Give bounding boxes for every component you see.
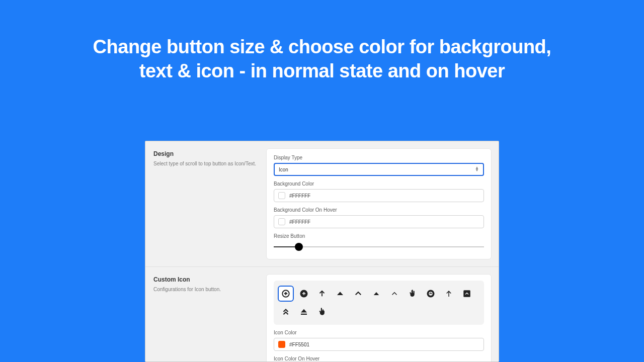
bg-color-value: #FFFFFF [289, 193, 310, 199]
icon-color-swatch [278, 341, 285, 348]
slider-thumb[interactable] [295, 243, 303, 251]
icon-hover-label: Icon Color On Hover [274, 356, 484, 361]
bg-color-label: Background Color [274, 181, 484, 187]
settings-panel: Design Select type of scroll to top butt… [145, 141, 499, 362]
select-arrows-icon: ▲▼ [475, 167, 479, 172]
custom-icon-card: Icon Color #FF5501 Icon Color On Hover #… [266, 274, 492, 362]
icon-picker-grid [274, 281, 484, 325]
design-sidebar: Design Select type of scroll to top butt… [145, 141, 266, 266]
circle-arrow-solid-icon[interactable] [296, 286, 312, 302]
ring-up-icon[interactable] [423, 286, 439, 302]
icon-color-label: Icon Color [274, 330, 484, 335]
bg-hover-label: Background Color On Hover [274, 207, 484, 213]
double-chevron-icon[interactable] [278, 304, 294, 320]
design-title: Design [153, 150, 258, 157]
bg-color-input[interactable]: #FFFFFF [274, 189, 484, 202]
eject-icon[interactable] [296, 304, 312, 320]
bg-hover-value: #FFFFFF [289, 219, 310, 225]
slider-track-empty [299, 246, 484, 247]
bg-hover-input[interactable]: #FFFFFF [274, 215, 484, 228]
design-card: Display Type Icon ▲▼ Background Color #F… [266, 148, 492, 259]
svg-rect-4 [463, 290, 470, 297]
chevron-up-icon[interactable] [350, 286, 366, 302]
caret-filled-icon[interactable] [368, 286, 384, 302]
hero-title: Change button size & choose color for ba… [0, 0, 644, 83]
design-section: Design Select type of scroll to top butt… [145, 141, 499, 267]
svg-point-3 [429, 292, 433, 296]
custom-icon-desc: Configurations for Icon button. [153, 286, 258, 293]
triangle-up-icon[interactable] [332, 286, 348, 302]
arrow-thin-icon[interactable] [441, 286, 457, 302]
icon-color-input[interactable]: #FF5501 [274, 338, 484, 351]
square-up-icon[interactable] [459, 286, 475, 302]
hero-line-1: Change button size & choose color for ba… [40, 35, 604, 59]
arrow-up-icon[interactable] [314, 286, 330, 302]
chevron-thin-icon[interactable] [386, 286, 403, 302]
custom-icon-title: Custom Icon [153, 276, 258, 283]
resize-label: Resize Button [274, 233, 484, 239]
display-type-label: Display Type [274, 155, 484, 160]
pointer-hand-icon[interactable] [314, 304, 330, 320]
display-type-value: Icon [279, 167, 288, 172]
bg-hover-swatch [278, 218, 285, 225]
icon-color-value: #FF5501 [289, 342, 309, 347]
hand-up-icon[interactable] [405, 286, 421, 302]
custom-icon-sidebar: Custom Icon Configurations for Icon butt… [145, 267, 266, 362]
design-desc: Select type of scroll to top button as I… [153, 160, 258, 167]
circle-arrow-outline-icon[interactable] [278, 286, 294, 302]
hero-line-2: text & icon - in normal state and on hov… [40, 59, 604, 83]
custom-icon-section: Custom Icon Configurations for Icon butt… [145, 267, 499, 362]
display-type-select[interactable]: Icon ▲▼ [274, 163, 484, 176]
resize-slider[interactable] [274, 242, 484, 252]
bg-color-swatch [278, 192, 285, 199]
